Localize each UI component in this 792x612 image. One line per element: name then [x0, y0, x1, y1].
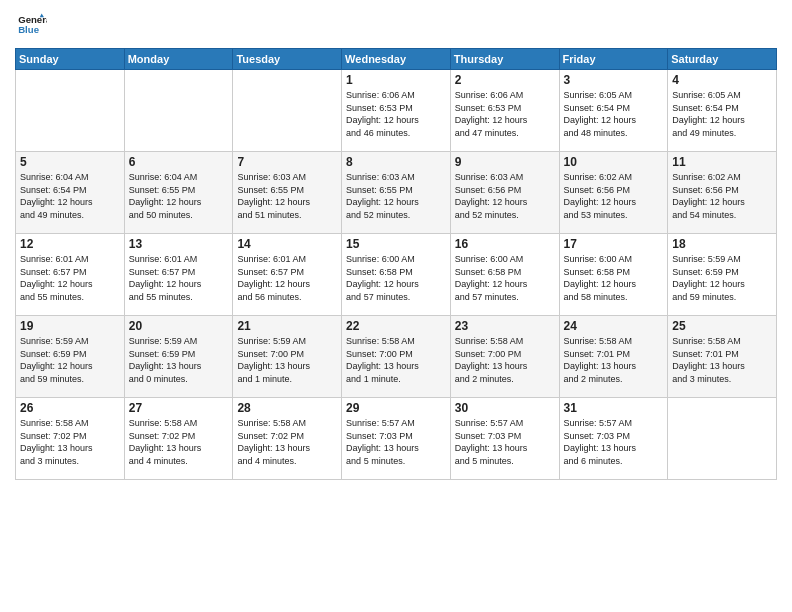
- day-cell: 18Sunrise: 5:59 AM Sunset: 6:59 PM Dayli…: [668, 234, 777, 316]
- day-number: 29: [346, 401, 446, 415]
- day-number: 12: [20, 237, 120, 251]
- logo: General Blue: [15, 10, 49, 40]
- day-cell: 27Sunrise: 5:58 AM Sunset: 7:02 PM Dayli…: [124, 398, 233, 480]
- day-header-saturday: Saturday: [668, 49, 777, 70]
- day-number: 6: [129, 155, 229, 169]
- day-info: Sunrise: 6:04 AM Sunset: 6:55 PM Dayligh…: [129, 171, 229, 221]
- day-info: Sunrise: 5:59 AM Sunset: 6:59 PM Dayligh…: [129, 335, 229, 385]
- day-info: Sunrise: 6:01 AM Sunset: 6:57 PM Dayligh…: [237, 253, 337, 303]
- day-info: Sunrise: 6:00 AM Sunset: 6:58 PM Dayligh…: [455, 253, 555, 303]
- week-row-3: 19Sunrise: 5:59 AM Sunset: 6:59 PM Dayli…: [16, 316, 777, 398]
- day-number: 5: [20, 155, 120, 169]
- day-number: 8: [346, 155, 446, 169]
- day-number: 20: [129, 319, 229, 333]
- day-cell: [233, 70, 342, 152]
- day-cell: 7Sunrise: 6:03 AM Sunset: 6:55 PM Daylig…: [233, 152, 342, 234]
- day-cell: 16Sunrise: 6:00 AM Sunset: 6:58 PM Dayli…: [450, 234, 559, 316]
- day-info: Sunrise: 6:05 AM Sunset: 6:54 PM Dayligh…: [564, 89, 664, 139]
- day-cell: 5Sunrise: 6:04 AM Sunset: 6:54 PM Daylig…: [16, 152, 125, 234]
- day-header-sunday: Sunday: [16, 49, 125, 70]
- day-number: 16: [455, 237, 555, 251]
- day-cell: 9Sunrise: 6:03 AM Sunset: 6:56 PM Daylig…: [450, 152, 559, 234]
- day-number: 7: [237, 155, 337, 169]
- day-info: Sunrise: 5:57 AM Sunset: 7:03 PM Dayligh…: [564, 417, 664, 467]
- day-info: Sunrise: 5:58 AM Sunset: 7:02 PM Dayligh…: [129, 417, 229, 467]
- day-info: Sunrise: 6:03 AM Sunset: 6:55 PM Dayligh…: [237, 171, 337, 221]
- day-info: Sunrise: 5:58 AM Sunset: 7:01 PM Dayligh…: [564, 335, 664, 385]
- day-number: 15: [346, 237, 446, 251]
- day-number: 27: [129, 401, 229, 415]
- day-cell: 8Sunrise: 6:03 AM Sunset: 6:55 PM Daylig…: [342, 152, 451, 234]
- day-info: Sunrise: 6:03 AM Sunset: 6:55 PM Dayligh…: [346, 171, 446, 221]
- day-number: 21: [237, 319, 337, 333]
- day-cell: 22Sunrise: 5:58 AM Sunset: 7:00 PM Dayli…: [342, 316, 451, 398]
- day-info: Sunrise: 6:01 AM Sunset: 6:57 PM Dayligh…: [20, 253, 120, 303]
- day-number: 9: [455, 155, 555, 169]
- day-info: Sunrise: 6:05 AM Sunset: 6:54 PM Dayligh…: [672, 89, 772, 139]
- day-cell: 15Sunrise: 6:00 AM Sunset: 6:58 PM Dayli…: [342, 234, 451, 316]
- day-cell: 25Sunrise: 5:58 AM Sunset: 7:01 PM Dayli…: [668, 316, 777, 398]
- week-row-0: 1Sunrise: 6:06 AM Sunset: 6:53 PM Daylig…: [16, 70, 777, 152]
- day-cell: 4Sunrise: 6:05 AM Sunset: 6:54 PM Daylig…: [668, 70, 777, 152]
- day-number: 1: [346, 73, 446, 87]
- day-info: Sunrise: 6:02 AM Sunset: 6:56 PM Dayligh…: [672, 171, 772, 221]
- calendar-header-row: SundayMondayTuesdayWednesdayThursdayFrid…: [16, 49, 777, 70]
- day-info: Sunrise: 5:58 AM Sunset: 7:00 PM Dayligh…: [455, 335, 555, 385]
- day-number: 11: [672, 155, 772, 169]
- day-cell: 14Sunrise: 6:01 AM Sunset: 6:57 PM Dayli…: [233, 234, 342, 316]
- day-cell: 23Sunrise: 5:58 AM Sunset: 7:00 PM Dayli…: [450, 316, 559, 398]
- day-info: Sunrise: 5:58 AM Sunset: 7:00 PM Dayligh…: [346, 335, 446, 385]
- day-number: 3: [564, 73, 664, 87]
- day-info: Sunrise: 6:02 AM Sunset: 6:56 PM Dayligh…: [564, 171, 664, 221]
- day-cell: 30Sunrise: 5:57 AM Sunset: 7:03 PM Dayli…: [450, 398, 559, 480]
- day-number: 14: [237, 237, 337, 251]
- day-header-monday: Monday: [124, 49, 233, 70]
- day-cell: 20Sunrise: 5:59 AM Sunset: 6:59 PM Dayli…: [124, 316, 233, 398]
- day-number: 26: [20, 401, 120, 415]
- day-number: 13: [129, 237, 229, 251]
- day-cell: 10Sunrise: 6:02 AM Sunset: 6:56 PM Dayli…: [559, 152, 668, 234]
- day-info: Sunrise: 5:59 AM Sunset: 6:59 PM Dayligh…: [672, 253, 772, 303]
- day-info: Sunrise: 6:00 AM Sunset: 6:58 PM Dayligh…: [564, 253, 664, 303]
- calendar: SundayMondayTuesdayWednesdayThursdayFrid…: [15, 48, 777, 480]
- day-number: 25: [672, 319, 772, 333]
- day-info: Sunrise: 6:00 AM Sunset: 6:58 PM Dayligh…: [346, 253, 446, 303]
- day-cell: 6Sunrise: 6:04 AM Sunset: 6:55 PM Daylig…: [124, 152, 233, 234]
- header: General Blue: [15, 10, 777, 40]
- day-number: 18: [672, 237, 772, 251]
- day-info: Sunrise: 6:06 AM Sunset: 6:53 PM Dayligh…: [455, 89, 555, 139]
- day-number: 17: [564, 237, 664, 251]
- day-cell: 13Sunrise: 6:01 AM Sunset: 6:57 PM Dayli…: [124, 234, 233, 316]
- logo-icon: General Blue: [17, 10, 47, 40]
- day-number: 30: [455, 401, 555, 415]
- day-header-tuesday: Tuesday: [233, 49, 342, 70]
- day-cell: 31Sunrise: 5:57 AM Sunset: 7:03 PM Dayli…: [559, 398, 668, 480]
- day-info: Sunrise: 6:01 AM Sunset: 6:57 PM Dayligh…: [129, 253, 229, 303]
- day-header-thursday: Thursday: [450, 49, 559, 70]
- svg-text:Blue: Blue: [18, 24, 39, 35]
- day-info: Sunrise: 6:03 AM Sunset: 6:56 PM Dayligh…: [455, 171, 555, 221]
- day-header-friday: Friday: [559, 49, 668, 70]
- day-number: 10: [564, 155, 664, 169]
- day-info: Sunrise: 6:04 AM Sunset: 6:54 PM Dayligh…: [20, 171, 120, 221]
- day-cell: 1Sunrise: 6:06 AM Sunset: 6:53 PM Daylig…: [342, 70, 451, 152]
- day-number: 28: [237, 401, 337, 415]
- day-info: Sunrise: 5:59 AM Sunset: 6:59 PM Dayligh…: [20, 335, 120, 385]
- day-info: Sunrise: 5:58 AM Sunset: 7:02 PM Dayligh…: [237, 417, 337, 467]
- day-number: 4: [672, 73, 772, 87]
- day-cell: [668, 398, 777, 480]
- day-cell: 24Sunrise: 5:58 AM Sunset: 7:01 PM Dayli…: [559, 316, 668, 398]
- week-row-2: 12Sunrise: 6:01 AM Sunset: 6:57 PM Dayli…: [16, 234, 777, 316]
- day-info: Sunrise: 5:58 AM Sunset: 7:01 PM Dayligh…: [672, 335, 772, 385]
- day-info: Sunrise: 5:57 AM Sunset: 7:03 PM Dayligh…: [346, 417, 446, 467]
- day-number: 24: [564, 319, 664, 333]
- day-cell: 28Sunrise: 5:58 AM Sunset: 7:02 PM Dayli…: [233, 398, 342, 480]
- day-number: 22: [346, 319, 446, 333]
- day-number: 23: [455, 319, 555, 333]
- day-info: Sunrise: 5:59 AM Sunset: 7:00 PM Dayligh…: [237, 335, 337, 385]
- day-cell: 2Sunrise: 6:06 AM Sunset: 6:53 PM Daylig…: [450, 70, 559, 152]
- day-cell: 26Sunrise: 5:58 AM Sunset: 7:02 PM Dayli…: [16, 398, 125, 480]
- day-info: Sunrise: 5:58 AM Sunset: 7:02 PM Dayligh…: [20, 417, 120, 467]
- week-row-1: 5Sunrise: 6:04 AM Sunset: 6:54 PM Daylig…: [16, 152, 777, 234]
- day-number: 2: [455, 73, 555, 87]
